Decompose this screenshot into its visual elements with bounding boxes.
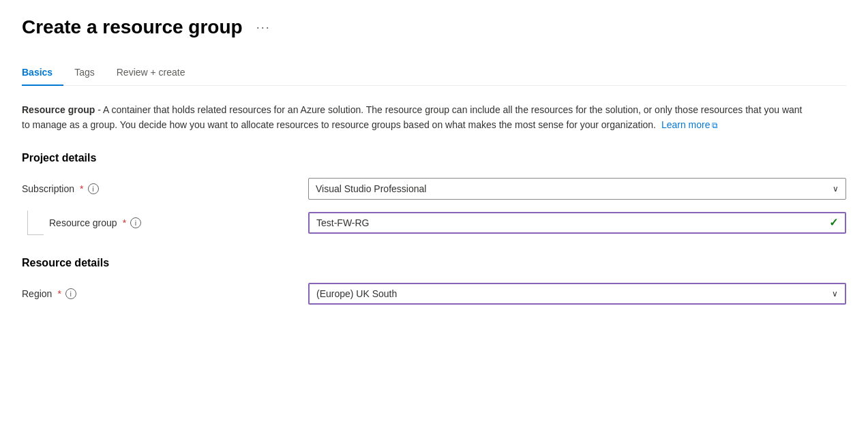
resource-group-row: Resource group * i Test-FW-RG ✓ <box>22 211 846 235</box>
region-info-icon[interactable]: i <box>65 288 76 299</box>
external-link-icon: ⧉ <box>712 121 718 130</box>
subscription-input-area: Visual Studio Professional ∨ <box>308 178 846 200</box>
page-title: Create a resource group <box>22 16 243 38</box>
region-label: Region <box>22 288 52 299</box>
resource-group-input[interactable]: Test-FW-RG ✓ <box>308 212 846 234</box>
region-input-area: (Europe) UK South ∨ <box>308 283 846 305</box>
subscription-label: Subscription <box>22 183 74 194</box>
region-required: * <box>57 288 61 299</box>
resource-details-section: Resource details Region * i (Europe) UK … <box>22 257 846 305</box>
tab-tags[interactable]: Tags <box>63 60 106 86</box>
resource-group-valid-icon: ✓ <box>829 216 838 229</box>
more-options-button[interactable]: ··· <box>251 18 276 37</box>
subscription-info-icon[interactable]: i <box>88 183 99 194</box>
resource-group-label: Resource group <box>49 217 117 228</box>
resource-group-input-area: Test-FW-RG ✓ <box>308 212 846 234</box>
tree-connector <box>27 211 44 235</box>
subscription-dropdown[interactable]: Visual Studio Professional ∨ <box>308 178 846 200</box>
description-bold: Resource group <box>22 104 95 115</box>
region-label-area: Region * i <box>22 288 308 299</box>
region-chevron-icon: ∨ <box>832 289 838 298</box>
resource-group-label-text: Resource group * i <box>49 217 141 228</box>
project-details-section: Project details Subscription * i Visual … <box>22 152 846 235</box>
tabs-container: Basics Tags Review + create <box>22 60 846 86</box>
page-header: Create a resource group ··· <box>22 16 846 38</box>
subscription-required: * <box>80 183 83 194</box>
resource-group-required: * <box>123 217 126 228</box>
resource-group-info-icon[interactable]: i <box>130 217 141 228</box>
tab-basics[interactable]: Basics <box>22 60 63 86</box>
subscription-row: Subscription * i Visual Studio Professio… <box>22 178 846 200</box>
description-block: Resource group - A container that holds … <box>22 102 806 133</box>
project-details-title: Project details <box>22 152 846 164</box>
region-row: Region * i (Europe) UK South ∨ <box>22 283 846 305</box>
subscription-label-area: Subscription * i <box>22 183 308 194</box>
resource-details-title: Resource details <box>22 257 846 269</box>
tab-review-create[interactable]: Review + create <box>106 60 196 86</box>
resource-group-label-area: Resource group * i <box>22 211 308 235</box>
subscription-chevron-icon: ∨ <box>833 184 839 194</box>
region-dropdown[interactable]: (Europe) UK South ∨ <box>308 283 846 305</box>
learn-more-link[interactable]: Learn more⧉ <box>661 119 718 130</box>
